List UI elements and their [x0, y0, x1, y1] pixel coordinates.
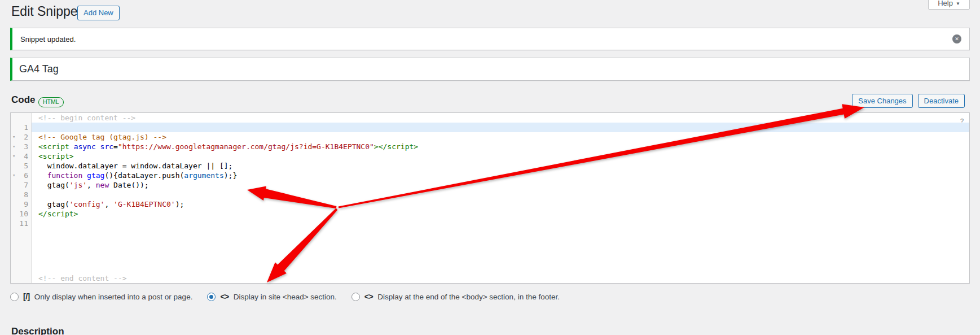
placement-option[interactable]: <>Display at the end of the <body> secti… [351, 292, 560, 301]
code-token: gtag [87, 171, 104, 180]
code-line-content[interactable] [32, 123, 969, 132]
filler-row [11, 228, 969, 273]
code-token: async [74, 142, 96, 151]
line-number: 10 [19, 210, 28, 218]
fold-arrow-icon[interactable]: ▾ [12, 142, 15, 151]
fold-arrow-icon[interactable]: ▾ [12, 132, 15, 142]
code-token: function [47, 171, 83, 180]
code-line-content[interactable]: <!-- Google tag (gtag.js) --> [32, 132, 969, 142]
code-token: src [100, 142, 113, 151]
deactivate-button[interactable]: Deactivate [918, 94, 965, 108]
marker-row: <!-- begin content --> [11, 113, 969, 123]
placement-row: [/]Only display when inserted into a pos… [10, 292, 560, 301]
code-line-content[interactable]: gtag('js', new Date()); [32, 180, 969, 190]
line-number: 5 [24, 162, 28, 170]
edit-snippet-page: Edit Snippet Add New Help ▼ Snippet upda… [0, 0, 980, 335]
code-token: <!-- Google tag (gtag.js) --> [38, 133, 166, 141]
line-number-gutter: 8 [11, 190, 32, 199]
line-number: 1 [24, 123, 28, 132]
code-token: ); [175, 200, 184, 208]
code-token: Date()); [109, 181, 148, 189]
line-number-gutter [11, 273, 32, 283]
line-number-gutter [11, 113, 32, 123]
line-number: 7 [24, 181, 28, 189]
code-token: );} [224, 171, 237, 180]
editor-help-icon[interactable]: ? [960, 118, 964, 124]
code-line-content[interactable]: <script> [32, 151, 969, 161]
marker-row: <!-- end content --> [11, 273, 969, 283]
code-token [96, 142, 100, 151]
code-token: </script> [38, 210, 78, 218]
line-number-gutter: 10 [11, 209, 32, 219]
code-token: window.dataLayer = window.dataLayer || [… [38, 162, 232, 170]
code-line-content[interactable] [32, 228, 969, 273]
placement-option-label: Only display when inserted into a post o… [34, 293, 193, 301]
code-line: 8 [11, 190, 969, 199]
code-token: <script [38, 142, 69, 151]
line-number: 4 [24, 152, 28, 160]
code-line: ▾4<script> [11, 151, 969, 161]
radio-button[interactable] [351, 293, 360, 301]
code-line-content[interactable]: </script> [32, 209, 969, 219]
code-section-label: Code [11, 94, 36, 106]
placement-option[interactable]: <>Display in site <head> section. [207, 292, 336, 301]
code-line-content[interactable]: gtag('config', 'G-K1B4EPTNC0'); [32, 199, 969, 209]
code-token: 'js' [69, 181, 87, 189]
code-line-content[interactable]: <!-- end content --> [32, 273, 969, 283]
code-line-content[interactable]: <script async src="https://www.googletag… [32, 142, 969, 151]
code-editor[interactable]: <!-- begin content -->1▾2<!-- Google tag… [10, 112, 970, 284]
line-number: 2 [24, 133, 28, 141]
code-token [82, 171, 87, 180]
code-token: "https://www.googletagmanager.com/gtag/j… [118, 142, 374, 151]
page-title: Edit Snippet [11, 3, 81, 20]
code-line: 7 gtag('js', new Date()); [11, 180, 969, 190]
code-token: gtag( [38, 181, 69, 189]
radio-button[interactable] [10, 293, 19, 301]
code-line: 1 [11, 123, 969, 132]
code-token: 'G-K1B4EPTNC0' [113, 200, 175, 208]
code-type-icon: <> [364, 292, 373, 301]
snippet-title-input[interactable] [10, 58, 970, 81]
line-number-gutter: 11 [11, 219, 32, 228]
code-token [38, 171, 47, 180]
line-number: 11 [19, 219, 28, 228]
radio-button[interactable] [207, 293, 216, 301]
code-type-icon: [/] [23, 292, 30, 301]
code-token: <script> [38, 152, 74, 160]
fold-arrow-icon[interactable]: ▾ [12, 171, 15, 180]
code-line: 11 [11, 219, 969, 228]
code-token: gtag( [38, 200, 69, 208]
placement-option-label: Display in site <head> section. [234, 293, 337, 301]
code-line: ▾3<script async src="https://www.googlet… [11, 142, 969, 151]
help-label: Help [938, 0, 953, 7]
code-token: (){dataLayer.push( [104, 171, 184, 180]
update-notice: Snippet updated. ✕ [10, 28, 970, 50]
code-line: ▾2<!-- Google tag (gtag.js) --> [11, 132, 969, 142]
code-line-content[interactable]: window.dataLayer = window.dataLayer || [… [32, 161, 969, 171]
code-line: 10</script> [11, 209, 969, 219]
fold-arrow-icon[interactable]: ▾ [12, 151, 15, 161]
line-number: 8 [24, 190, 28, 199]
code-token: = [113, 142, 118, 151]
line-number-gutter: ▾6 [11, 171, 32, 180]
code-actions: Save Changes Deactivate [852, 94, 965, 108]
code-token: > [374, 142, 379, 151]
code-line-content[interactable] [32, 219, 969, 228]
save-changes-button[interactable]: Save Changes [852, 94, 912, 108]
code-token: , [104, 200, 113, 208]
help-button[interactable]: Help ▼ [928, 0, 970, 10]
dismiss-notice-icon[interactable]: ✕ [952, 34, 961, 43]
code-line: 9 gtag('config', 'G-K1B4EPTNC0'); [11, 199, 969, 209]
add-new-button[interactable]: Add New [77, 6, 120, 20]
code-line-content[interactable]: function gtag(){dataLayer.push(arguments… [32, 171, 969, 180]
code-line-content[interactable] [32, 190, 969, 199]
code-token: </script> [379, 142, 418, 151]
code-token: arguments [184, 171, 223, 180]
placement-option-label: Display at the end of the <body> section… [377, 293, 560, 301]
editor-rows: <!-- begin content -->1▾2<!-- Google tag… [11, 113, 969, 283]
placement-option[interactable]: [/]Only display when inserted into a pos… [10, 292, 192, 301]
code-line-content[interactable]: <!-- begin content --> [32, 113, 969, 123]
line-number-gutter [11, 228, 32, 273]
code-token: 'config' [69, 200, 105, 208]
code-token [69, 142, 74, 151]
